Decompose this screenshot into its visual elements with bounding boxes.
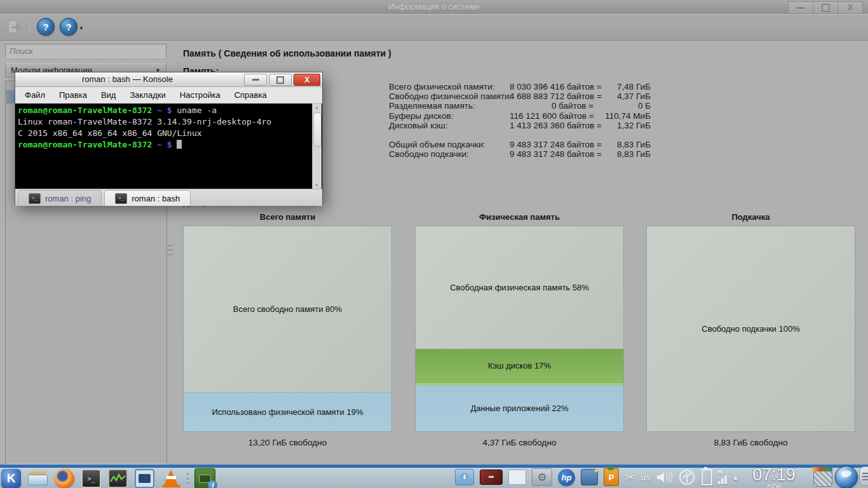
panel-hide-button[interactable] <box>859 466 868 486</box>
volume-icon[interactable] <box>656 470 672 484</box>
chart-total-memory: Всего памяти Всего свободно памяти 80%Ис… <box>183 212 392 447</box>
chart-segment-free: Всего свободно памяти 80% <box>184 226 391 392</box>
export-icon[interactable] <box>6 19 22 34</box>
chart-segment-label: Данные приложений 22% <box>470 403 568 413</box>
menu-help[interactable]: Справка <box>227 90 274 100</box>
clock[interactable]: 07:19 4/06 <box>742 466 806 488</box>
menu-view[interactable]: Вид <box>94 90 123 100</box>
performance-monitor-icon[interactable] <box>135 469 154 488</box>
trash-icon[interactable] <box>811 467 834 486</box>
main-window-title: Информация о системе <box>0 2 868 11</box>
system-tray: ⬇ ⚙ hp ✦ P ✂ us H ▲ <box>455 468 738 486</box>
chart-area: Свободная физическая память 58%Кэш диско… <box>415 226 624 432</box>
chart-swap: Подкачка Свободно подкачки 100% 8,83 ГиБ… <box>646 212 855 447</box>
downloads-folder-icon[interactable]: ⬇ <box>455 469 474 485</box>
clock-date: 4/06 <box>742 483 806 488</box>
menu-edit[interactable]: Правка <box>52 90 94 100</box>
mobile-signal-icon[interactable]: H <box>718 471 727 484</box>
scroll-up-icon[interactable]: ▲ <box>315 105 319 109</box>
terminal-scrollbar[interactable]: ▲ ▼ <box>312 104 322 189</box>
hardware-info-icon[interactable]: i <box>194 468 215 488</box>
close-icon: X <box>304 76 309 84</box>
toolbar-separator <box>28 18 29 36</box>
chart-area: Всего свободно памяти 80%Использовано фи… <box>183 226 392 432</box>
table-row: Дисковый кэш:1 413 263 360 байтов =1,32 … <box>389 121 651 130</box>
search-input[interactable] <box>5 44 166 58</box>
plugin-icon[interactable]: ✦ <box>581 469 598 485</box>
chart-caption: 8,83 ГиБ свободно <box>646 438 855 447</box>
taskbar-top-strip <box>0 464 868 468</box>
window-panes-icon[interactable] <box>508 470 526 485</box>
tab-roman-bash[interactable]: >_ roman : bash <box>104 190 191 206</box>
blue-sphere-icon[interactable] <box>835 466 858 488</box>
clipboard-icon[interactable]: P <box>604 468 619 486</box>
system-monitor-graph-icon[interactable] <box>108 469 128 488</box>
scrollbar-thumb[interactable] <box>313 112 322 147</box>
terminal-icon: >_ <box>29 193 41 204</box>
chart-segment-label: Кэш дисков 17% <box>488 361 551 370</box>
vlc-icon[interactable] <box>161 469 181 488</box>
hp-tool-icon[interactable]: hp <box>558 469 575 486</box>
chart-area: Свободно подкачки 100% <box>646 226 855 432</box>
keyboard-layout-indicator[interactable]: us <box>641 473 650 482</box>
clock-time: 07:19 <box>742 466 806 483</box>
table-row: Свободно физической памяти:4 688 883 712… <box>389 92 651 101</box>
terminal-area[interactable]: roman@roman-TravelMate-8372 ~ $ uname -a… <box>15 104 322 189</box>
chart-segment-cache: Кэш дисков 17% <box>416 349 623 385</box>
scissors-icon[interactable]: ✂ <box>625 470 635 485</box>
battery-icon[interactable] <box>702 469 712 485</box>
chart-segment-used: Данные приложений 22% <box>416 385 623 431</box>
kde-menu-icon[interactable]: K <box>1 469 21 488</box>
minimize-icon <box>797 7 804 9</box>
chart-segment-free: Свободная физическая память 58% <box>416 226 623 349</box>
chart-segment-label: Использовано физической памяти 19% <box>212 407 363 417</box>
taskbar: K >_ i ⬇ ⚙ hp ✦ P ✂ us <box>0 464 868 488</box>
konsole-close-button[interactable]: X <box>294 74 320 86</box>
tray-expander-icon[interactable]: ▲ <box>733 474 739 481</box>
konsole-menubar: Файл Правка Вид Закладки Настройка Справ… <box>15 87 322 104</box>
main-titlebar[interactable]: Информация о системе X <box>0 0 868 15</box>
file-manager-icon[interactable] <box>28 469 48 488</box>
gear-icon[interactable]: ⚙ <box>532 468 552 486</box>
chart-title: Физическая память <box>415 212 624 223</box>
konsole-launcher-icon[interactable]: >_ <box>81 469 101 488</box>
scroll-down-icon[interactable]: ▼ <box>315 183 319 187</box>
table-row: Всего физической памяти:8 030 396 416 ба… <box>389 82 651 92</box>
table-row: Буферы дисков:116 121 600 байтов =110,74… <box>389 111 651 121</box>
help-icon: ? <box>65 22 71 32</box>
chart-caption: 13,20 ГиБ свободно <box>183 438 392 447</box>
main-toolbar: ? ? ▼ <box>0 14 868 41</box>
chart-segment-free: Свободно подкачки 100% <box>647 226 855 431</box>
menu-bookmarks[interactable]: Закладки <box>123 90 172 100</box>
table-row: Свободно подкачки:9 483 317 248 байтов =… <box>389 149 651 159</box>
chevron-down-icon[interactable]: ▼ <box>79 25 84 31</box>
konsole-minimize-button[interactable] <box>244 74 267 86</box>
maximize-icon <box>822 4 830 12</box>
splitter-handle[interactable] <box>168 245 173 255</box>
kinfocenter-window: Информация о системе X ? ? ▼ Модули инфо… <box>0 0 868 464</box>
konsole-titlebar[interactable]: roman : bash — Konsole X <box>15 72 322 87</box>
terminal-icon: >_ <box>115 193 127 204</box>
tab-label: roman : bash <box>132 194 180 203</box>
chart-title: Подкачка <box>646 212 855 223</box>
chart-caption: 4,37 ГиБ свободно <box>415 438 624 447</box>
launcher-separator <box>187 473 189 484</box>
terminal-text: roman@roman-TravelMate-8372 ~ $ uname -a… <box>18 105 312 189</box>
help-button[interactable]: ? <box>37 18 55 36</box>
minimize-button[interactable] <box>788 1 813 14</box>
chart-physical-memory: Физическая память Свободная физическая п… <box>415 212 624 447</box>
menu-settings[interactable]: Настройка <box>173 90 227 100</box>
konsole-window: roman : bash — Konsole X Файл Правка Вид… <box>15 72 323 205</box>
memory-table: Всего физической памяти:8 030 396 416 ба… <box>389 82 651 159</box>
close-button[interactable]: X <box>837 1 863 14</box>
usb-icon[interactable] <box>678 469 696 485</box>
table-row: Разделяемая память:0 байтов =0 Б <box>389 101 651 111</box>
help-menu-button[interactable]: ? <box>60 18 78 36</box>
menu-file[interactable]: Файл <box>18 90 52 100</box>
maximize-icon <box>276 76 284 84</box>
konsole-maximize-button[interactable] <box>269 74 292 86</box>
firefox-icon[interactable] <box>55 469 74 488</box>
red-case-icon[interactable] <box>480 470 503 485</box>
maximize-button[interactable] <box>813 1 838 14</box>
tab-roman-ping[interactable]: >_ roman : ping <box>18 190 102 206</box>
